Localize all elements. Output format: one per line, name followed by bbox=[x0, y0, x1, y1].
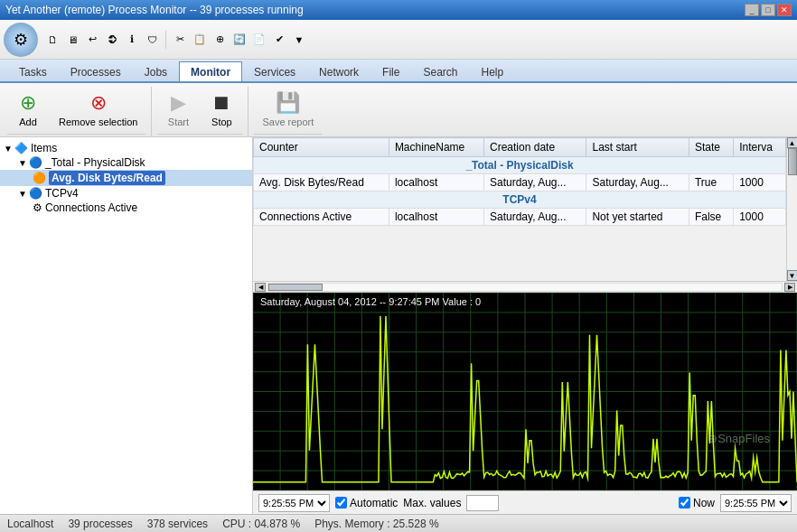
scroll-thumb[interactable] bbox=[788, 148, 797, 175]
col-state[interactable]: State bbox=[689, 138, 733, 157]
toolbar-btn-11[interactable]: 📄 bbox=[250, 31, 268, 49]
start-button[interactable]: ▶ Start bbox=[157, 87, 199, 134]
toolbar-btn-8[interactable]: 📋 bbox=[191, 31, 209, 49]
col-laststart[interactable]: Last start bbox=[586, 138, 689, 157]
toolbar-btn-5[interactable]: ℹ bbox=[123, 31, 141, 49]
toolbar-btn-6[interactable]: 🛡 bbox=[143, 31, 161, 49]
statusbar: Localhost 39 processes 378 services CPU … bbox=[0, 514, 797, 532]
toolbar-btn-4[interactable]: ⮊ bbox=[103, 31, 121, 49]
toolbar-btn-3[interactable]: ↩ bbox=[83, 31, 101, 49]
cell-interval-0: 1000 bbox=[734, 174, 786, 191]
tab-help[interactable]: Help bbox=[469, 61, 515, 81]
add-button[interactable]: ⊕ Add bbox=[7, 87, 49, 134]
start-icon: ▶ bbox=[171, 91, 186, 115]
table-container[interactable]: Counter MachineName Creation date Last s… bbox=[253, 137, 797, 282]
toolbar-btn-1[interactable]: 🗋 bbox=[43, 31, 61, 49]
scroll-track[interactable] bbox=[788, 148, 797, 270]
tab-network[interactable]: Network bbox=[307, 61, 370, 81]
tree-item-tcpv4[interactable]: ▼ 🔵 TCPv4 bbox=[0, 186, 252, 201]
toolbar-btn-2[interactable]: 🖥 bbox=[63, 31, 81, 49]
toolbar-btn-9[interactable]: ⊕ bbox=[211, 31, 229, 49]
group-label-disk: _Total - PhysicalDisk bbox=[254, 157, 786, 174]
tree-item-conn-active[interactable]: ⚙ Connections Active bbox=[0, 201, 252, 215]
time-to-select[interactable]: 9:25:55 PM bbox=[720, 494, 792, 512]
col-interval[interactable]: Interva bbox=[734, 138, 786, 157]
chart-area: Saturday, August 04, 2012 -- 9:27:45 PM … bbox=[253, 293, 797, 490]
nav-tabs: Tasks Processes Jobs Monitor Services Ne… bbox=[0, 60, 797, 83]
tcpv4-icon: 🔵 bbox=[29, 187, 42, 200]
tab-monitor[interactable]: Monitor bbox=[179, 61, 242, 81]
toolbar-btn-13[interactable]: ▼ bbox=[290, 31, 308, 49]
col-counter[interactable]: Counter bbox=[254, 138, 389, 157]
start-label: Start bbox=[168, 117, 189, 128]
tab-file[interactable]: File bbox=[370, 61, 411, 81]
auto-label: Automatic bbox=[350, 497, 398, 509]
menubar: ⚙ 🗋 🖥 ↩ ⮊ ℹ 🛡 ✂ 📋 ⊕ 🔄 📄 ✔ ▼ bbox=[0, 20, 797, 60]
window-controls: _ □ ✕ bbox=[745, 4, 792, 16]
auto-checkbox[interactable] bbox=[335, 497, 347, 509]
hscroll-right[interactable]: ▶ bbox=[784, 283, 795, 292]
tab-search[interactable]: Search bbox=[411, 61, 469, 81]
tab-processes[interactable]: Processes bbox=[59, 61, 133, 81]
cell-laststart-0: Saturday, Aug... bbox=[586, 174, 689, 191]
table-scrollbar[interactable]: ▲ ▼ bbox=[786, 137, 797, 281]
conn-icon: ⚙ bbox=[33, 201, 42, 214]
toolbar-btn-7[interactable]: ✂ bbox=[171, 31, 189, 49]
now-checkbox[interactable] bbox=[679, 497, 690, 509]
remove-label: Remove selection bbox=[59, 117, 137, 128]
cell-counter-0: Avg. Disk Bytes/Read bbox=[254, 174, 389, 191]
titlebar: Yet Another (remote) Process Monitor -- … bbox=[0, 0, 797, 20]
group-header-tcp: TCPv4 bbox=[254, 191, 786, 209]
watermark: ⊕SnapFiles bbox=[708, 432, 770, 445]
max-values-label: Max. values bbox=[403, 497, 461, 509]
cell-created-0: Saturday, Aug... bbox=[484, 174, 586, 191]
main-content: ▼ 🔷 Items ▼ 🔵 _Total - PhysicalDisk 🟠 Av… bbox=[0, 137, 797, 514]
root-icon: 🔷 bbox=[14, 142, 28, 154]
cell-state-1: False bbox=[689, 209, 733, 226]
maximize-button[interactable]: □ bbox=[761, 4, 775, 16]
hscroll-thumb[interactable] bbox=[268, 284, 323, 291]
h-scrollbar[interactable]: ◀ ▶ bbox=[253, 282, 797, 293]
col-created[interactable]: Creation date bbox=[484, 138, 586, 157]
hscroll-track[interactable] bbox=[267, 283, 783, 292]
hscroll-left[interactable]: ◀ bbox=[255, 283, 266, 292]
root-arrow[interactable]: ▼ bbox=[4, 144, 13, 154]
close-button[interactable]: ✕ bbox=[777, 4, 792, 16]
cell-machine-1: localhost bbox=[389, 209, 483, 226]
conn-label: Connections Active bbox=[45, 201, 137, 214]
save-report-button[interactable]: 💾 Save report bbox=[254, 87, 322, 134]
minimize-button[interactable]: _ bbox=[745, 4, 759, 16]
save-label: Save report bbox=[262, 117, 314, 128]
scroll-down[interactable]: ▼ bbox=[787, 270, 798, 281]
table-row[interactable]: Connections Active localhost Saturday, A… bbox=[254, 209, 786, 226]
total-disk-arrow[interactable]: ▼ bbox=[18, 158, 27, 168]
scroll-up[interactable]: ▲ bbox=[787, 137, 798, 148]
toolbar-icons: 🗋 🖥 ↩ ⮊ ℹ 🛡 ✂ 📋 ⊕ 🔄 📄 ✔ ▼ bbox=[43, 31, 308, 49]
cell-state-0: True bbox=[689, 174, 733, 191]
cell-machine-0: localhost bbox=[389, 174, 483, 191]
tab-jobs[interactable]: Jobs bbox=[133, 61, 179, 81]
cell-created-1: Saturday, Aug... bbox=[484, 209, 586, 226]
tab-services[interactable]: Services bbox=[242, 61, 307, 81]
total-disk-icon: 🔵 bbox=[29, 156, 42, 169]
group-header-disk: _Total - PhysicalDisk bbox=[254, 157, 786, 174]
table-row[interactable]: Avg. Disk Bytes/Read localhost Saturday,… bbox=[254, 174, 786, 191]
tree-root-label: Items bbox=[31, 142, 57, 154]
col-machine[interactable]: MachineName bbox=[389, 138, 483, 157]
time-from-select[interactable]: 9:25:55 PM bbox=[258, 494, 330, 512]
avg-bytes-icon: 🟠 bbox=[33, 172, 46, 184]
cell-laststart-1: Not yet started bbox=[586, 209, 689, 226]
toolbar-btn-10[interactable]: 🔄 bbox=[230, 31, 248, 49]
chart-title: Saturday, August 04, 2012 -- 9:27:45 PM … bbox=[260, 296, 481, 307]
max-value-input[interactable]: 200 bbox=[466, 495, 499, 511]
tree-item-avg-bytes[interactable]: 🟠 Avg. Disk Bytes/Read bbox=[0, 170, 252, 186]
remove-selection-button[interactable]: ⊗ Remove selection bbox=[51, 87, 145, 134]
now-label: Now bbox=[693, 497, 715, 509]
tcpv4-arrow[interactable]: ▼ bbox=[18, 189, 27, 199]
tree-item-total-disk[interactable]: ▼ 🔵 _Total - PhysicalDisk bbox=[0, 155, 252, 170]
tab-tasks[interactable]: Tasks bbox=[7, 61, 59, 81]
stop-label: Stop bbox=[211, 117, 232, 128]
toolbar-btn-12[interactable]: ✔ bbox=[270, 31, 288, 49]
stop-button[interactable]: ⏹ Stop bbox=[201, 87, 242, 134]
tree-root[interactable]: ▼ 🔷 Items bbox=[0, 141, 252, 155]
